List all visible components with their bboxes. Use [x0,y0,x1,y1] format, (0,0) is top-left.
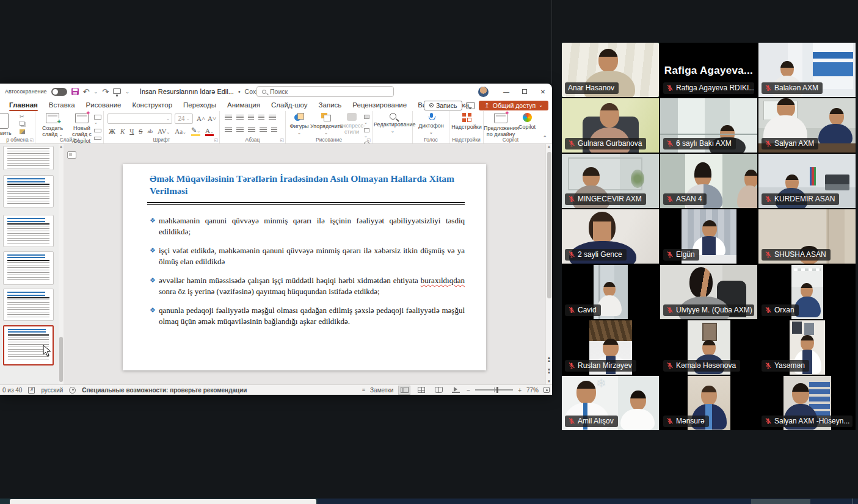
participant-tile[interactable]: ASAN 4 [660,154,757,208]
drawing-launcher-icon[interactable]: ◱ [366,138,371,143]
layout-hint-icon[interactable] [67,151,76,159]
change-case-icon[interactable]: Аа⌄ [175,128,186,135]
slide-sorter-view-button[interactable] [415,386,427,395]
slide-canvas[interactable]: Əmək Müqaviləsinin Tərəflərin İradəsində… [64,144,545,384]
participant-tile[interactable]: Rafiga Agayeva...Rafiga Agayeva RDIKI... [660,43,757,97]
tab-1[interactable]: Главная [4,100,43,111]
participant-tile[interactable]: Cavid [562,265,659,319]
tab-8[interactable]: Запись [313,100,347,111]
participant-tile[interactable]: Gulnara Gurbanova [562,98,659,153]
participant-tile[interactable]: Anar Hasanov [562,43,659,97]
participant-tile[interactable]: Kəmalə Həsənova [660,320,757,375]
zoom-level[interactable]: 77% [526,387,539,394]
minimize-button[interactable]: — [497,84,515,99]
slide[interactable]: Əmək Müqaviləsinin Tərəflərin İradəsində… [123,164,486,370]
bold-icon[interactable]: Ж [109,128,115,135]
bullets-icon[interactable] [225,115,232,121]
restore-button[interactable] [515,84,534,99]
strikethrough-icon[interactable]: S [139,128,142,135]
slide-thumbnail[interactable] [3,175,54,207]
italic-icon[interactable]: К [120,128,125,135]
font-size-box[interactable]: 24⌄ [175,113,193,124]
slide-thumbnail[interactable] [3,146,54,170]
undo-icon[interactable]: ↶ [83,88,90,96]
comments-icon[interactable] [466,102,475,109]
zoom-slider[interactable] [475,389,513,391]
font-color-icon[interactable]: А⌄ [205,127,214,136]
format-painter-icon[interactable] [20,129,25,134]
shrink-font-icon[interactable]: A˅ [208,115,216,122]
autosave-toggle[interactable] [51,88,67,96]
copilot-button[interactable]: Copilot [517,113,537,130]
close-button[interactable]: ✕ [534,84,552,99]
tab-5[interactable]: Переходы [178,100,222,111]
fit-to-window-icon[interactable] [544,387,550,393]
participant-tile[interactable]: SHUSHA ASAN [758,209,856,264]
redo-icon[interactable]: ↷ [102,88,109,96]
quick-styles-button[interactable]: Экспресс-стили [340,113,364,135]
grow-font-icon[interactable]: A˄ [197,115,205,122]
participant-tile[interactable]: Orxan [758,265,856,319]
participant-tile[interactable]: Mənsurə [660,376,757,430]
participant-tile[interactable]: Yasəmən [758,320,856,375]
font-name-box[interactable]: ⌄ [107,113,172,124]
participant-tile[interactable]: 2 sayli Gence [562,209,659,264]
next-slide-icon[interactable]: ▼▼ [546,369,552,375]
record-button[interactable]: Запись [424,101,462,110]
accessibility-status[interactable]: Специальные возможности: проверьте реком… [82,387,247,394]
zoom-in-button[interactable]: + [518,387,522,394]
tab-4[interactable]: Конструктор [126,100,178,111]
font-launcher-icon[interactable]: ◱ [214,138,218,143]
normal-view-button[interactable] [398,386,410,395]
indent-increase-icon[interactable] [258,115,264,121]
cut-icon[interactable]: ✂ [20,113,24,120]
tab-9[interactable]: Рецензирование [347,100,412,111]
align-center-icon[interactable] [236,127,244,133]
paste-label[interactable]: вить [0,130,12,136]
user-avatar[interactable] [478,87,489,97]
tab-6[interactable]: Анимация [222,100,266,111]
slide-thumbnail-panel[interactable] [0,144,64,384]
highlight-icon[interactable]: ✎⌄ [191,126,200,136]
scroll-up-icon[interactable]: ▲ [546,145,552,148]
text-effects-icon[interactable]: AV⌄ [158,128,170,135]
copy-icon[interactable] [20,121,24,126]
design-ideas-button[interactable]: ✦ Предложения по дизайну [484,113,518,138]
align-left-icon[interactable] [225,127,232,133]
slide-thumbnail[interactable] [3,289,54,321]
slide-scrollbar[interactable]: ▲ ▲▲ ▼▼ ▼ [545,144,552,384]
tab-7[interactable]: Слайд-шоу [266,100,313,111]
scroll-down-icon[interactable]: ▼ [546,380,552,383]
previous-slide-icon[interactable]: ▲▲ [546,356,552,362]
qat-overflow-icon[interactable]: ⌄ [125,89,129,95]
thumbnail-scrollbar[interactable]: ▲ [59,144,64,384]
slideshow-view-button[interactable] [449,386,462,395]
participant-tile[interactable]: KURDEMIR ASAN [758,154,856,208]
addins-button[interactable]: Надстройки [451,113,482,130]
editing-button[interactable]: Редактирование⌄ [374,113,412,134]
paste-icon[interactable] [0,113,9,129]
numbering-icon[interactable] [236,115,244,121]
participant-tile[interactable]: MINGECEVIR AXM [562,154,659,208]
zoom-out-button[interactable]: − [467,387,470,394]
save-icon[interactable] [71,88,79,95]
new-slide-button[interactable]: + Создать слайд ⌄ [37,113,68,138]
clipboard-launcher-icon[interactable]: ◱ [29,138,34,143]
search-input[interactable]: Поиск [256,86,394,97]
participant-tile[interactable]: Ruslan Mirzəyev [562,320,659,375]
language-indicator[interactable]: русский [41,387,63,394]
columns-icon[interactable] [271,127,277,133]
indent-decrease-icon[interactable] [248,115,254,121]
slideshow-qat-icon[interactable] [113,88,121,94]
slide-thumbnail[interactable] [3,251,54,285]
justify-icon[interactable] [260,127,267,133]
shapes-button[interactable]: Фигуры⌄ [287,113,311,136]
thumbnail-scroll-up-icon[interactable]: ▲ [59,145,64,148]
dictate-button[interactable]: Диктофон⌄ [415,113,447,135]
line-spacing-icon[interactable] [269,115,276,121]
participant-tile[interactable]: Balakən AXM [758,43,856,97]
participant-tile[interactable]: Salyan AXM [758,98,856,153]
tab-2[interactable]: Вставка [43,100,81,111]
scroll-thumb[interactable] [547,152,551,298]
align-right-icon[interactable] [248,127,255,133]
